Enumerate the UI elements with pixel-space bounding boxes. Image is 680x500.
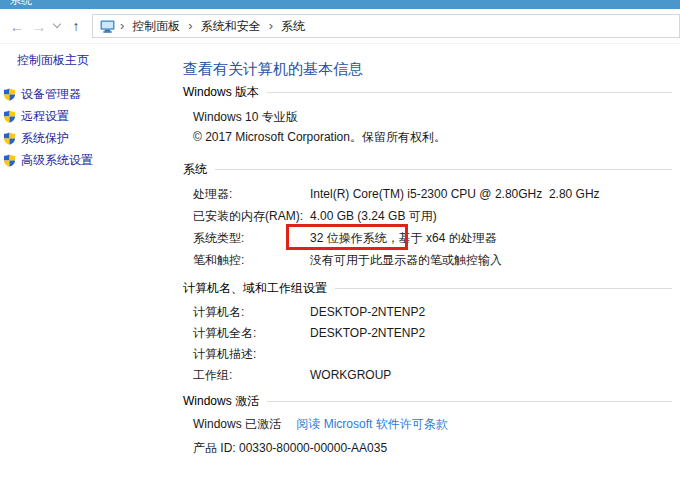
section-system: 系统 <box>183 162 680 176</box>
row-label: 工作组: <box>193 365 310 386</box>
section-divider <box>267 92 672 93</box>
forward-icon[interactable]: → <box>28 14 50 38</box>
row-value: 没有可用于此显示器的笔或触控输入 <box>310 249 502 271</box>
page-title: 查看有关计算机的基本信息 <box>183 60 680 77</box>
breadcrumb-system[interactable]: 系统 <box>276 16 310 37</box>
row-value: Intel(R) Core(TM) i5-2300 CPU @ 2.80GHz … <box>310 183 600 205</box>
main-panel: 查看有关计算机的基本信息 Windows 版本 Windows 10 专业版 ©… <box>170 44 680 500</box>
sidebar-item-system-protection[interactable]: 系统保护 <box>0 127 170 149</box>
row-label: 计算机描述: <box>193 344 310 365</box>
window-titlebar: 系统 <box>0 0 680 9</box>
sidebar-item-advanced-system-settings[interactable]: 高级系统设置 <box>0 149 170 171</box>
row-pen-touch: 笔和触控: 没有可用于此显示器的笔或触控输入 <box>193 249 680 271</box>
sidebar-item-remote-settings[interactable]: 远程设置 <box>0 105 170 127</box>
section-header-label: Windows 版本 <box>183 85 259 99</box>
breadcrumb-control-panel[interactable]: 控制面板 <box>127 16 185 37</box>
row-system-type: 系统类型: 32 位操作系统，基于 x64 的处理器 <box>193 227 680 249</box>
sidebar-item-label: 远程设置 <box>21 108 69 125</box>
row-label: 计算机名: <box>193 302 310 323</box>
row-label: 计算机全名: <box>193 323 310 344</box>
product-id: 产品 ID: 00330-80000-00000-AA035 <box>193 439 680 457</box>
uac-shield-icon <box>3 88 16 101</box>
uac-shield-icon <box>3 132 16 145</box>
recent-pages-dropdown-icon[interactable] <box>50 14 64 38</box>
address-bar[interactable]: › 控制面板 › 系统和安全 › 系统 <box>92 14 680 38</box>
uac-shield-icon <box>3 154 16 167</box>
content-area: 控制面板主页 设备管理器 远程 <box>0 44 680 500</box>
section-divider <box>267 401 672 402</box>
breadcrumb-separator: › <box>117 18 127 35</box>
sidebar-item-device-manager[interactable]: 设备管理器 <box>0 83 170 105</box>
section-header-label: 系统 <box>183 162 207 176</box>
row-label: 系统类型: <box>193 227 310 249</box>
sidebar: 控制面板主页 设备管理器 远程 <box>0 44 170 500</box>
row-workgroup: 工作组: WORKGROUP <box>193 365 680 386</box>
row-full-computer-name: 计算机全名: DESKTOP-2NTENP2 <box>193 323 680 344</box>
sidebar-item-control-panel-home[interactable]: 控制面板主页 <box>0 53 170 67</box>
row-installed-ram: 已安装的内存(RAM): 4.00 GB (3.24 GB 可用) <box>193 205 680 227</box>
breadcrumb-separator: › <box>185 18 195 35</box>
computer-icon <box>100 20 115 33</box>
chevron-down-icon <box>53 20 61 28</box>
row-label: 处理器: <box>193 183 310 205</box>
row-value: WORKGROUP <box>310 365 391 386</box>
row-processor: 处理器: Intel(R) Core(TM) i5-2300 CPU @ 2.8… <box>193 183 680 205</box>
uac-shield-icon <box>3 110 16 123</box>
row-value: DESKTOP-2NTENP2 <box>310 323 425 344</box>
windows-copyright: © 2017 Microsoft Corporation。保留所有权利。 <box>193 127 680 147</box>
license-terms-link[interactable]: 阅读 Microsoft 软件许可条款 <box>296 417 447 431</box>
up-icon[interactable]: ↑ <box>64 14 88 38</box>
section-header-label: Windows 激活 <box>183 394 259 408</box>
breadcrumb-system-security[interactable]: 系统和安全 <box>196 16 266 37</box>
section-header-label: 计算机名、域和工作组设置 <box>183 281 327 295</box>
sidebar-item-label: 系统保护 <box>21 130 69 147</box>
section-windows-activation: Windows 激活 <box>183 394 680 408</box>
row-value: 4.00 GB (3.24 GB 可用) <box>310 205 437 227</box>
windows-edition-name: Windows 10 专业版 <box>193 107 680 127</box>
row-label: 笔和触控: <box>193 249 310 271</box>
section-windows-edition: Windows 版本 <box>183 85 680 99</box>
section-divider <box>335 288 672 289</box>
row-label: 已安装的内存(RAM): <box>193 205 310 227</box>
sidebar-item-label: 设备管理器 <box>21 86 81 103</box>
section-divider <box>215 169 672 170</box>
row-computer-description: 计算机描述: <box>193 344 680 365</box>
navigation-toolbar: ← → ↑ › 控制面板 › 系统和安全 › 系统 <box>0 9 680 44</box>
breadcrumb-separator: › <box>266 18 276 35</box>
row-value: 32 位操作系统，基于 x64 的处理器 <box>310 227 497 249</box>
section-computer-name: 计算机名、域和工作组设置 <box>183 281 680 295</box>
activation-status: Windows 已激活 <box>193 417 281 431</box>
sidebar-item-label: 高级系统设置 <box>21 152 93 169</box>
window-title: 系统 <box>10 0 680 8</box>
back-icon[interactable]: ← <box>6 14 28 38</box>
row-computer-name: 计算机名: DESKTOP-2NTENP2 <box>193 302 680 323</box>
row-value: DESKTOP-2NTENP2 <box>310 302 425 323</box>
